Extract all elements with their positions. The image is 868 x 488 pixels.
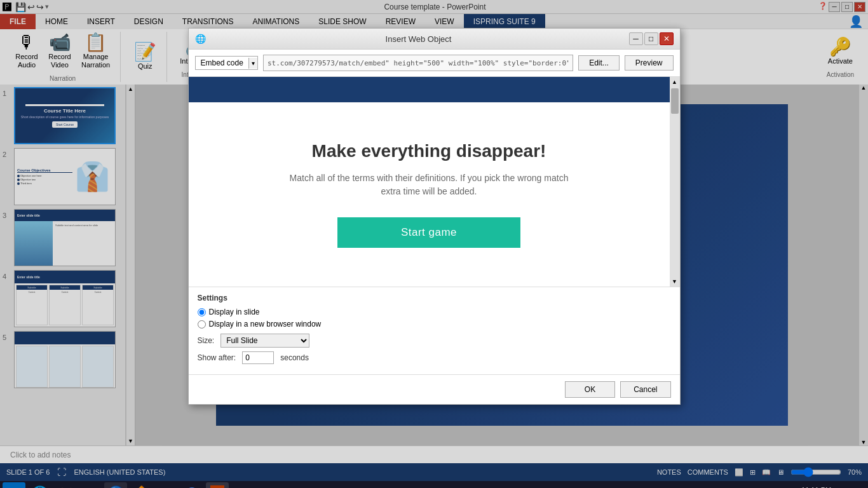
- preview-scroll-thumb[interactable]: [671, 88, 679, 114]
- dialog-toolbar: Embed code ▾ Edit... Preview: [189, 50, 680, 77]
- show-after-label: Show after:: [198, 353, 236, 362]
- embed-code-input[interactable]: [263, 55, 573, 71]
- display-new-window-label: Display in a new browser window: [209, 320, 322, 329]
- dialog-title: Insert Web Object: [386, 34, 452, 44]
- show-after-input[interactable]: [242, 351, 274, 364]
- dialog-window-controls: ─ □ ✕: [629, 32, 674, 45]
- preview-button[interactable]: Preview: [625, 55, 674, 71]
- dialog-settings: Settings Display in slide Display in a n…: [189, 287, 680, 374]
- seconds-label: seconds: [280, 353, 309, 362]
- start-game-button[interactable]: Start game: [337, 217, 520, 248]
- size-select[interactable]: Full Slide Custom Auto: [220, 334, 309, 348]
- display-settings: Display in slide Display in a new browse…: [198, 308, 671, 329]
- dialog-titlebar: 🌐 Insert Web Object ─ □ ✕: [189, 29, 680, 50]
- insert-web-object-dialog: 🌐 Insert Web Object ─ □ ✕ Embed code ▾ E…: [188, 28, 681, 405]
- dialog-footer: OK Cancel: [189, 374, 680, 404]
- embed-type-label: Embed code: [196, 57, 248, 69]
- dialog-preview-area: Make everything disappear! Match all of …: [189, 77, 680, 287]
- dialog-overlay: 🌐 Insert Web Object ─ □ ✕ Embed code ▾ E…: [0, 0, 868, 488]
- preview-header-bar: [189, 77, 670, 102]
- dialog-icon: 🌐: [195, 34, 206, 44]
- display-new-window-radio[interactable]: [198, 320, 206, 329]
- dialog-close[interactable]: ✕: [660, 32, 674, 45]
- preview-game-content: Make everything disappear! Match all of …: [189, 102, 670, 287]
- size-row: Size: Full Slide Custom Auto: [198, 334, 671, 348]
- display-in-slide-label: Display in slide: [209, 308, 260, 316]
- preview-description: Match all of the terms with their defini…: [289, 172, 569, 198]
- preview-scroll-up[interactable]: ▲: [670, 77, 679, 87]
- preview-content: Make everything disappear! Match all of …: [189, 77, 670, 287]
- ok-button[interactable]: OK: [565, 381, 615, 398]
- preview-title: Make everything disappear!: [312, 141, 546, 161]
- size-label: Size:: [198, 336, 215, 345]
- display-in-slide-radio[interactable]: [198, 308, 206, 316]
- cancel-button[interactable]: Cancel: [620, 381, 670, 398]
- dialog-minimize[interactable]: ─: [629, 32, 643, 45]
- embed-type-select[interactable]: Embed code ▾: [195, 56, 258, 70]
- settings-title: Settings: [198, 294, 671, 302]
- dialog-maximize[interactable]: □: [644, 32, 658, 45]
- preview-scrollbar: ▲ ▼: [670, 77, 680, 287]
- embed-dropdown-arrow[interactable]: ▾: [248, 58, 257, 69]
- display-in-slide-option[interactable]: Display in slide: [198, 308, 671, 316]
- edit-button[interactable]: Edit...: [578, 55, 620, 71]
- display-new-window-option[interactable]: Display in a new browser window: [198, 320, 671, 329]
- preview-scroll-down[interactable]: ▼: [670, 276, 679, 287]
- show-after-row: Show after: seconds: [198, 351, 671, 364]
